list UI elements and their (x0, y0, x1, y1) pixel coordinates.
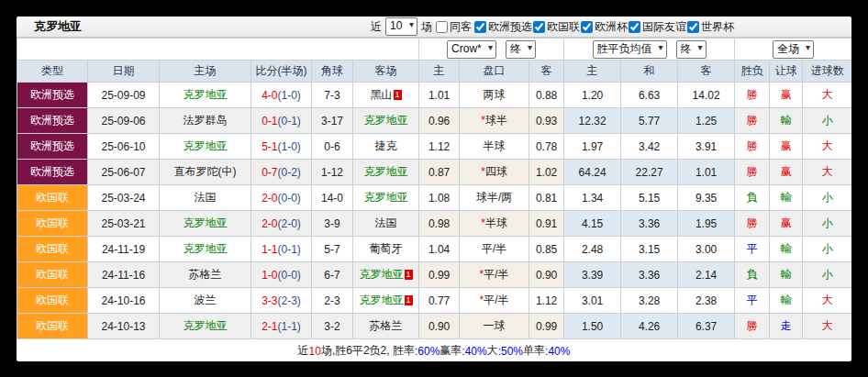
away-team-name: 苏格兰 (370, 319, 403, 332)
handicap-home-odds-cell: 0.98 (419, 211, 460, 237)
avg-away-odds-cell: 2.14 (678, 262, 735, 288)
filter-checkbox-input-2[interactable] (581, 21, 593, 33)
halftime-score: (0-2) (278, 166, 301, 179)
recent-label: 近 (371, 19, 382, 35)
win-draw-loss-cell: 勝 (735, 314, 770, 339)
handicap-result-cell: 輸 (770, 185, 803, 211)
halftime-score: (0-1) (278, 115, 301, 128)
home-team-cell: 法罗群岛 (160, 108, 251, 134)
filter-checkbox-2[interactable]: 欧洲杯 (581, 19, 628, 35)
win-draw-loss-cell: 勝 (735, 134, 770, 160)
column-header-7: 盘口 (460, 61, 529, 83)
column-header-4: 角球 (312, 61, 353, 83)
fulltime-score: 0-1 (262, 115, 277, 128)
score-cell: 3-3(2-3) (251, 288, 312, 314)
filter-checkbox-input-4[interactable] (687, 21, 699, 33)
home-team-name: 法罗群岛 (184, 114, 228, 127)
same-away-checkbox[interactable] (436, 21, 448, 33)
filter-checkbox-input-3[interactable] (629, 21, 640, 33)
table-row: 欧洲预选 25-09-09 克罗地亚 4-0(1-0) 7-3 黑山1 1.01… (17, 83, 852, 108)
avg-home-odds-cell: 3.39 (564, 262, 621, 288)
fulltime-score: 0-7 (262, 166, 277, 179)
home-team-cell: 克罗地亚 (160, 211, 251, 237)
filter-checkbox-0[interactable]: 欧洲预选 (474, 19, 532, 35)
handicap-home-odds-cell: 0.96 (419, 108, 460, 134)
halftime-score: (2-3) (278, 294, 301, 307)
home-team-cell: 苏格兰 (160, 262, 251, 288)
home-team-name: 克罗地亚 (184, 216, 228, 229)
handicap-final-select[interactable]: 终 (506, 41, 535, 56)
table-row: 欧洲预选 25-06-10 克罗地亚 5-1(1-0) 0-6 捷克 1.12 … (17, 134, 852, 160)
score-cell: 0-1(0-1) (251, 108, 312, 134)
recent-count-select[interactable]: 10 (386, 18, 417, 33)
avg-away-odds-cell: 14.02 (678, 83, 735, 108)
handicap-line: 半球 (484, 139, 506, 152)
column-header-6: 主 (419, 61, 460, 83)
filter-checkbox-3[interactable]: 国际友谊 (629, 19, 686, 35)
handicap-line-cell: 半球 (460, 134, 529, 160)
away-team-cell: 克罗地亚 (353, 108, 419, 134)
home-team-name: 克罗地亚 (184, 319, 228, 332)
table-row: 欧洲预选 25-06-07 直布罗陀(中) 0-7(0-2) 1-12 克罗地亚… (17, 160, 852, 185)
win-draw-loss-cell: 負 (735, 185, 770, 211)
avg-select[interactable]: 胜平负均值 (594, 41, 666, 56)
summary-segment: :40% (545, 345, 570, 358)
filter-checkbox-4[interactable]: 世界杯 (687, 19, 734, 35)
avg-draw-odds-cell: 3.36 (621, 211, 678, 237)
away-team-cell: 法国 (353, 211, 419, 237)
away-team-cell: 克罗地亚1 (353, 262, 419, 288)
handicap-away-odds-cell: 0.78 (529, 134, 564, 160)
corners-cell: 3-17 (312, 108, 353, 134)
date-cell: 24-11-19 (88, 237, 160, 262)
controls-spacer (17, 39, 419, 61)
competition-type-cell: 欧洲预选 (17, 108, 88, 134)
home-team-cell: 克罗地亚 (160, 314, 251, 339)
away-team-name: 黑山 (371, 88, 393, 101)
filter-checkbox-input-0[interactable] (474, 21, 486, 33)
handicap-result-cell: 走 (770, 314, 803, 339)
summary-segment: :50% (498, 345, 523, 358)
date-cell: 25-06-10 (88, 134, 160, 160)
column-header-3: 比分(半场) (251, 61, 312, 83)
avg-final-select[interactable]: 终 (677, 41, 706, 56)
avg-home-odds-cell: 1.34 (564, 185, 621, 211)
date-cell: 24-10-13 (88, 314, 160, 339)
avg-final-select-wrapper: 终 (676, 40, 707, 59)
filter-checkbox-1[interactable]: 欧国联 (533, 19, 580, 35)
corners-cell: 3-9 (312, 211, 353, 237)
same-away-checkbox-label[interactable]: 同客 (436, 19, 472, 35)
scope-select[interactable]: 全场 (773, 41, 813, 56)
competition-type-cell: 欧洲预选 (17, 134, 88, 160)
handicap-line-cell: 两球 (460, 83, 529, 108)
odds-controls-row: Crow* 终 胜平负均值 终 (17, 39, 852, 61)
win-draw-loss-cell: 勝 (735, 108, 770, 134)
title-bar: 克罗地亚 近 10 场 同客 欧洲预选欧国联欧洲杯国际友谊世界杯 (17, 17, 851, 38)
company-select[interactable]: Crow* (448, 41, 495, 56)
score-cell: 0-7(0-2) (251, 160, 312, 185)
competition-type-cell: 欧国联 (17, 314, 88, 339)
summary-segment: :60% (415, 345, 440, 358)
competition-type-cell: 欧国联 (17, 211, 88, 237)
table-row: 欧国联 24-10-16 波兰 3-3(2-3) 2-3 克罗地亚1 0.77 … (17, 288, 852, 314)
date-cell: 25-09-09 (88, 83, 160, 108)
score-cell: 1-1(0-1) (251, 237, 312, 262)
away-team-cell: 克罗地亚1 (353, 288, 419, 314)
filter-checkbox-input-1[interactable] (533, 21, 545, 33)
handicap-final-select-wrapper: 终 (506, 40, 536, 59)
avg-home-odds-cell: 4.15 (564, 211, 621, 237)
avg-home-odds-cell: 1.50 (564, 314, 621, 339)
handicap-result-cell: 赢 (770, 211, 803, 237)
corners-cell: 5-7 (312, 237, 353, 262)
halftime-score: (0-0) (278, 192, 301, 205)
halftime-score: (0-0) (278, 269, 301, 282)
halftime-score: (0-1) (278, 243, 301, 256)
avg-draw-odds-cell: 3.15 (621, 237, 678, 262)
away-team-cell: 克罗地亚 (353, 160, 419, 185)
over-under-cell: 小 (803, 237, 851, 262)
win-draw-loss-cell: 平 (735, 288, 770, 314)
date-cell: 24-10-16 (88, 288, 160, 314)
away-team-name: 克罗地亚 (364, 165, 408, 178)
score-cell: 2-0(0-0) (251, 185, 312, 211)
corners-cell: 3-2 (312, 314, 353, 339)
away-card-badge: 1 (405, 270, 413, 280)
